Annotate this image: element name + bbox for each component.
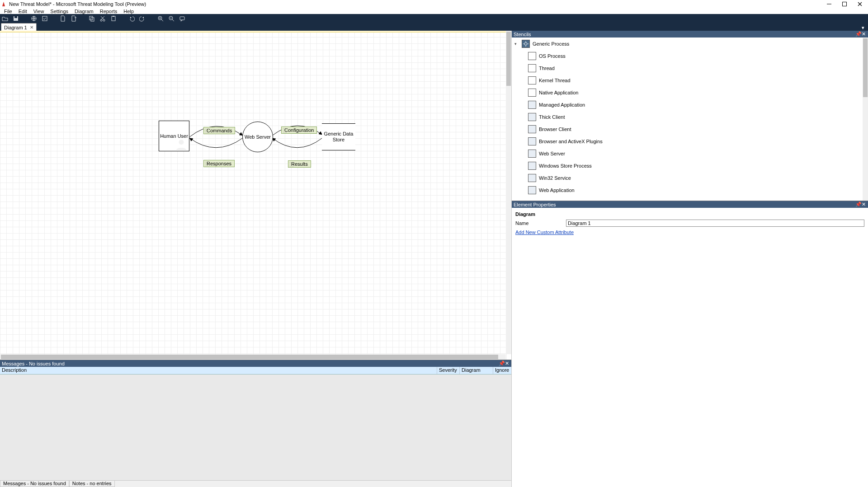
process-icon [528,76,536,84]
toolbar [0,14,868,23]
cut-icon[interactable] [99,15,106,22]
person-icon [175,138,187,150]
validate-icon[interactable] [42,15,48,22]
undo-icon[interactable] [128,15,135,22]
close-icon[interactable]: ✕ [861,201,866,207]
open-icon[interactable] [2,15,8,22]
gear-icon [522,40,530,48]
svg-rect-8 [42,16,47,21]
zoom-in-icon[interactable] [157,15,164,22]
stencil-label: Web Server [539,151,565,156]
pin-icon[interactable]: 📌 [499,361,504,366]
paste-icon[interactable] [110,15,117,22]
stencil-label: Thread [539,66,555,71]
stencil-windows-store-process[interactable]: Windows Store Process [512,159,868,172]
menu-bar: File Edit View Settings Diagram Reports … [0,8,868,14]
stencil-managed-application[interactable]: Managed Application [512,98,868,111]
canvas-horizontal-scrollbar[interactable] [0,354,506,360]
stencil-label: Web Application [539,187,575,193]
status-messages[interactable]: Messages - No issues found [0,481,69,487]
menu-diagram[interactable]: Diagram [71,9,97,14]
messages-columns: Description Severity Diagram Ignore [0,367,511,375]
menu-settings[interactable]: Settings [47,9,71,14]
svg-point-26 [179,140,184,145]
duplicate-page-icon[interactable] [71,15,77,22]
stencil-win32-service[interactable]: Win32 Service [512,172,868,184]
store-icon [528,162,536,170]
node-label: Web Server [245,134,271,140]
feedback-icon[interactable] [179,15,185,22]
stencil-label: Browser Client [539,126,571,132]
svg-point-13 [103,19,105,21]
stencil-label: Generic Process [533,41,569,47]
web-server-icon [528,150,536,158]
col-diagram[interactable]: Diagram [460,367,493,374]
add-custom-attribute-link[interactable]: Add New Custom Attribute [515,229,574,235]
stencil-browser-client[interactable]: Browser Client [512,123,868,135]
diagram-canvas[interactable]: Human User Web Server Generic Data Store… [0,31,511,360]
canvas-vertical-scrollbar[interactable] [506,31,511,354]
browser-icon [528,125,536,133]
redo-icon[interactable] [139,15,146,22]
pin-icon[interactable]: 📌 [855,31,861,37]
svg-rect-16 [112,16,115,21]
stencils-title: Stencils [514,32,531,37]
menu-file[interactable]: File [1,9,15,14]
new-page-icon[interactable] [60,15,66,22]
stencil-thread[interactable]: Thread [512,62,868,74]
name-input[interactable] [566,220,864,227]
stencil-web-server[interactable]: Web Server [512,147,868,159]
element-properties-title: Element Properties [514,202,556,207]
messages-title: Messages - No issues found [2,361,65,366]
node-human-user[interactable]: Human User [159,121,189,151]
status-notes[interactable]: Notes - no entries [69,481,115,487]
flow-responses[interactable]: Responses [203,160,235,167]
save-icon[interactable] [13,15,19,22]
menu-reports[interactable]: Reports [97,9,121,14]
stencil-kernel-thread[interactable]: Kernel Thread [512,74,868,86]
stencil-native-application[interactable]: Native Application [512,86,868,98]
stencil-label: Win32 Service [539,175,571,181]
flow-commands[interactable]: Commands [203,127,235,134]
stencils-tree[interactable]: ▾ Generic Process OS Process Thread Kern… [512,37,868,201]
flow-configuration[interactable]: Configuration [281,126,317,134]
node-web-server[interactable]: Web Server [242,122,273,152]
copy-icon[interactable] [89,15,95,22]
stencil-web-application[interactable]: Web Application [512,184,868,196]
minimize-button[interactable] [826,1,833,7]
menu-help[interactable]: Help [120,9,137,14]
close-button[interactable] [856,1,863,7]
stencil-label: Windows Store Process [539,163,592,169]
svg-rect-25 [180,17,184,20]
stencil-generic-process[interactable]: ▾ Generic Process [512,37,868,50]
col-description[interactable]: Description [0,367,437,374]
tab-close-icon[interactable]: ✕ [30,25,33,30]
pin-icon[interactable]: 📌 [855,201,861,207]
node-label: Generic Data Store [324,131,354,143]
stencils-scrollbar[interactable] [863,37,868,201]
stencils-header: Stencils 📌 ✕ [512,31,868,37]
col-severity[interactable]: Severity [437,367,460,374]
tab-diagram-1[interactable]: Diagram 1 ✕ [1,23,37,31]
close-icon[interactable]: ✕ [504,361,509,366]
zoom-out-icon[interactable] [168,15,175,22]
maximize-button[interactable] [841,1,848,7]
menu-view[interactable]: View [30,9,47,14]
diagram-tabstrip: Diagram 1 ✕ ▾ [0,23,868,31]
tabstrip-dropdown-icon[interactable]: ▾ [860,24,866,31]
svg-line-23 [172,19,174,21]
stencil-browser-activex[interactable]: Browser and ActiveX Plugins [512,135,868,147]
svg-rect-5 [14,16,17,18]
flow-results[interactable]: Results [288,160,311,168]
stencil-os-process[interactable]: OS Process [512,50,868,62]
node-data-store[interactable]: Generic Data Store [322,123,355,150]
title-bar: New Threat Model* - Microsoft Threat Mod… [0,0,868,8]
close-icon[interactable]: ✕ [861,31,866,37]
stencil-label: OS Process [539,53,566,59]
tree-toggle-icon[interactable]: ▾ [514,42,519,46]
stencil-thick-client[interactable]: Thick Client [512,111,868,123]
process-icon [528,89,536,97]
menu-edit[interactable]: Edit [15,9,30,14]
web-icon[interactable] [31,15,37,22]
col-ignore[interactable]: Ignore [493,367,511,374]
